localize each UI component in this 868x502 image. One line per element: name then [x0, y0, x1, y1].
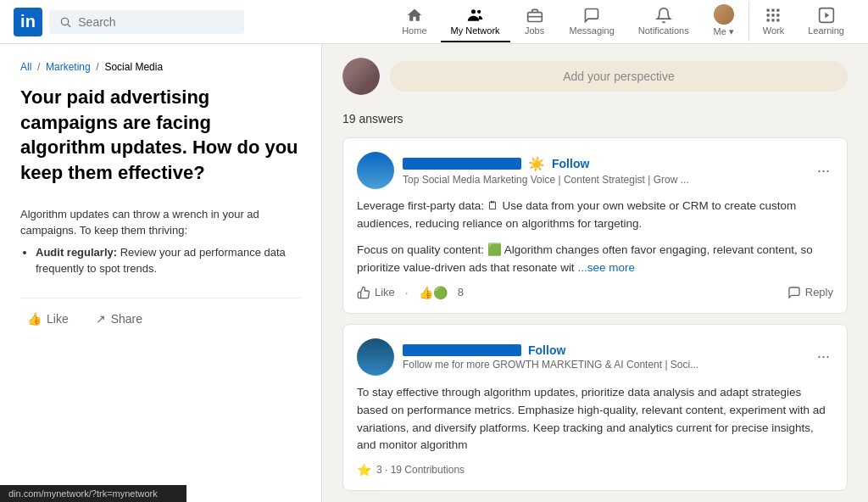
answer-1-name-area: ☀️ Follow Top Social Media Marketing Voi…	[403, 156, 805, 186]
reply-label-1: Reply	[805, 286, 833, 298]
user-avatar	[342, 58, 380, 95]
answer-1-name-row: ☀️ Follow	[403, 156, 805, 172]
svg-rect-10	[772, 14, 775, 16]
svg-rect-6	[767, 8, 770, 11]
like-label-1: Like	[375, 286, 395, 298]
home-icon	[406, 7, 423, 24]
nav-item-work[interactable]: Work	[748, 2, 794, 42]
answer-1-more-button[interactable]: ···	[814, 162, 833, 180]
nav-item-notifications[interactable]: Notifications	[628, 2, 699, 42]
nav-work-label: Work	[763, 25, 784, 36]
nav-me-label: Me ▾	[714, 26, 734, 37]
url-bar: din.com/mynetwork/?trk=mynetwork	[0, 485, 186, 502]
answer-1-actions: Like · 👍 🟢 8 Reply	[357, 286, 833, 299]
nav-learning-label: Learning	[808, 25, 844, 36]
breadcrumb: All / Marketing / Social Media	[20, 61, 301, 73]
add-perspective-button[interactable]: Add your perspective	[390, 61, 848, 92]
svg-marker-16	[825, 12, 829, 18]
share-label: Share	[111, 312, 142, 326]
nav-network-label: My Network	[451, 25, 500, 36]
right-panel: Add your perspective 19 answers ☀️ Follo…	[322, 44, 868, 502]
nav-item-learning[interactable]: Learning	[798, 2, 854, 42]
answer-1-text-2: Focus on quality content: 🟩 Algorithm ch…	[357, 242, 833, 277]
nav-home-label: Home	[402, 25, 426, 36]
question-title: Your paid advertising campaigns are faci…	[20, 85, 301, 186]
question-bullet-1: Audit regularly: Review your ad performa…	[36, 244, 301, 277]
thumbs-up-icon	[357, 286, 370, 299]
answer-2-name-placeholder	[403, 344, 521, 356]
answers-count: 19 answers	[342, 112, 848, 126]
svg-rect-12	[767, 19, 770, 21]
answer-card-1: ☀️ Follow Top Social Media Marketing Voi…	[342, 137, 848, 314]
dot-1: ·	[405, 286, 409, 299]
chat-icon	[583, 7, 600, 24]
nav-item-messaging[interactable]: Messaging	[559, 2, 625, 42]
answer-card-2: Follow Follow me for more GROWTH MARKETI…	[342, 324, 848, 492]
answer-2-subtitle: Follow me for more GROWTH MARKETING & AI…	[403, 359, 805, 371]
nav-items: Home My Network Jobs Messaging Notificat…	[392, 0, 854, 44]
celebrate-reaction-icon: 🟢	[433, 286, 448, 299]
nav-item-me[interactable]: Me ▾	[703, 0, 745, 44]
reaction-count-1: 8	[458, 286, 464, 298]
answer-2-header: Follow Follow me for more GROWTH MARKETI…	[357, 338, 833, 376]
answer-1-like-button[interactable]: Like	[357, 286, 395, 299]
question-bullets: Audit regularly: Review your ad performa…	[20, 244, 301, 277]
svg-rect-14	[777, 19, 780, 21]
answer-2-follow-button[interactable]: Follow	[528, 343, 565, 357]
main-layout: All / Marketing / Social Media Your paid…	[0, 44, 868, 502]
bottom-actions: 👍 Like ↗ Share	[20, 298, 301, 329]
left-panel: All / Marketing / Social Media Your paid…	[0, 44, 322, 502]
sun-icon: ☀️	[528, 156, 545, 172]
answer-2-more-button[interactable]: ···	[814, 348, 833, 365]
answer-1-follow-button[interactable]: Follow	[552, 157, 589, 170]
breadcrumb-all[interactable]: All	[20, 61, 31, 73]
answer-1-reply-button[interactable]: Reply	[787, 286, 833, 299]
answer-2-text: To stay effective through algorithm upda…	[357, 384, 833, 455]
contributions-label: 3 · 19 Contributions	[376, 464, 465, 476]
breadcrumb-marketing[interactable]: Marketing	[46, 61, 91, 73]
svg-line-1	[68, 24, 70, 26]
svg-rect-7	[772, 8, 775, 11]
share-button[interactable]: ↗ Share	[89, 309, 149, 329]
svg-rect-11	[777, 14, 780, 16]
nav-item-jobs[interactable]: Jobs	[514, 2, 556, 42]
question-description: Algorithm updates can throw a wrench in …	[20, 206, 301, 277]
nav-item-my-network[interactable]: My Network	[441, 2, 510, 42]
breadcrumb-current: Social Media	[104, 61, 163, 73]
search-input[interactable]	[78, 15, 234, 29]
briefcase-icon	[526, 7, 543, 24]
svg-point-2	[471, 9, 476, 14]
people-icon	[467, 7, 484, 24]
reaction-icons-1: 👍 🟢	[419, 286, 448, 299]
like-button[interactable]: 👍 Like	[20, 309, 75, 329]
navbar: in Home My Network Jobs Messaging Notifi…	[0, 0, 868, 44]
search-bar[interactable]	[49, 10, 244, 34]
svg-rect-8	[777, 8, 780, 11]
reply-icon	[787, 286, 801, 299]
bullet-bold: Audit regularly:	[36, 246, 117, 259]
svg-rect-9	[767, 14, 770, 16]
grid-icon	[765, 7, 782, 24]
like-reaction-icon: 👍	[419, 286, 433, 299]
nav-messaging-label: Messaging	[570, 25, 615, 36]
contrib-star-icon: ⭐	[357, 463, 371, 477]
nav-notifications-label: Notifications	[638, 25, 689, 36]
answer-1-avatar	[357, 152, 394, 189]
nav-jobs-label: Jobs	[525, 25, 544, 36]
play-icon	[818, 7, 835, 24]
answer-2-avatar	[357, 338, 394, 376]
search-icon	[59, 15, 71, 29]
like-label: Like	[47, 312, 69, 326]
svg-point-0	[61, 18, 68, 25]
contributions-row: ⭐ 3 · 19 Contributions	[357, 463, 833, 477]
svg-rect-13	[772, 19, 775, 21]
see-more-link-1[interactable]: ...see more	[577, 261, 635, 274]
linkedin-logo[interactable]: in	[14, 8, 42, 36]
nav-item-home[interactable]: Home	[392, 2, 437, 42]
add-perspective-section: Add your perspective	[342, 58, 848, 95]
answer-1-subtitle: Top Social Media Marketing Voice | Conte…	[403, 174, 805, 186]
bell-icon	[655, 7, 672, 24]
answer-1-header: ☀️ Follow Top Social Media Marketing Voi…	[357, 152, 833, 189]
share-icon: ↗	[96, 312, 106, 326]
answer-1-text-1: Leverage first-party data: 🗒 Use data fr…	[357, 198, 833, 233]
